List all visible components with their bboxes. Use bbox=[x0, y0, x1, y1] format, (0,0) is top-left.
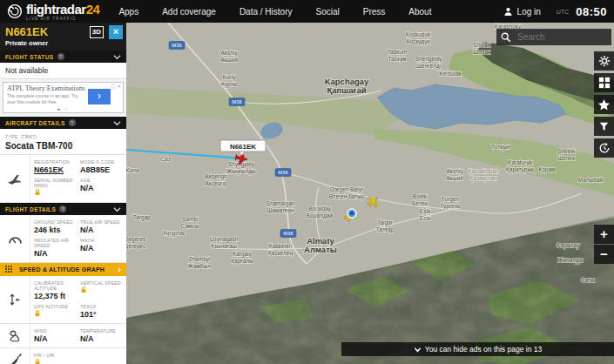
radar-spiral-icon bbox=[7, 3, 23, 19]
registration-link[interactable]: N661EK bbox=[34, 165, 78, 174]
section-flight-status[interactable]: FLIGHT STATUS ? bbox=[0, 51, 126, 63]
map-place-label: Kaskelen bbox=[269, 243, 293, 249]
close-panel-button[interactable]: × bbox=[109, 25, 123, 39]
search-input[interactable] bbox=[516, 31, 606, 43]
aircraft-type-name: Socata TBM-700 bbox=[5, 141, 121, 151]
map-place-label: Kazakhstan bbox=[468, 168, 499, 174]
ad-carousel-dots[interactable]: ● ○ bbox=[3, 106, 123, 111]
graph-icon bbox=[5, 266, 15, 273]
map-svg: M36M36M36M36 AkshiyАкшийKurtyКуртыKapcha… bbox=[126, 23, 614, 364]
map-place-label: Сарытау bbox=[557, 242, 580, 249]
map-place-label: Дегерес bbox=[126, 243, 146, 250]
widgets-button[interactable] bbox=[594, 73, 614, 92]
utc-label: UTC bbox=[557, 9, 569, 15]
map-place-label: Қазақстан bbox=[469, 175, 497, 182]
star-icon bbox=[597, 98, 611, 111]
hide-ads-notice[interactable]: You can hide ads on this page in 13 bbox=[341, 342, 614, 356]
road-badge-label: M36 bbox=[172, 43, 181, 48]
weather-fields: WINDN/A TEMPERATUREN/A bbox=[0, 324, 126, 348]
map-place-label: Kerbulak bbox=[439, 71, 462, 77]
map-place-label: Белек bbox=[412, 200, 428, 206]
chevron-down-icon bbox=[113, 54, 121, 60]
chevron-right-icon: › bbox=[118, 265, 121, 274]
hide-ads-text: You can hide ads on this page in 13 bbox=[425, 345, 542, 354]
map-place-label: Жыңғылды bbox=[226, 168, 256, 175]
ad-info-icon[interactable]: ⓘ bbox=[111, 84, 116, 89]
nav-press[interactable]: Press bbox=[363, 7, 386, 17]
airplane-side-icon bbox=[7, 173, 23, 185]
help-icon[interactable]: ? bbox=[59, 206, 66, 212]
airport-marker-dot bbox=[350, 212, 354, 215]
map-place-label: Талғар bbox=[376, 226, 395, 233]
map-place-label: Шамалған bbox=[267, 207, 294, 213]
map-place-label: Шелек bbox=[557, 155, 575, 161]
main-nav: Apps Add coverage Data / History Social … bbox=[118, 7, 431, 17]
nav-about[interactable]: About bbox=[408, 7, 431, 17]
map-place-label: Қаскелең bbox=[268, 250, 293, 257]
map-place-label: Саз bbox=[160, 156, 170, 162]
road-badge-label: M36 bbox=[232, 99, 241, 104]
nav-social[interactable]: Social bbox=[315, 7, 339, 17]
map-place-label: Sholak bbox=[473, 42, 491, 48]
map-place-label: Толқын bbox=[491, 144, 510, 151]
advertisement[interactable]: ATPL Theory Examinations The complete co… bbox=[3, 82, 124, 113]
road-badge-label: M36 bbox=[283, 231, 293, 236]
playback-button[interactable] bbox=[594, 138, 614, 158]
bookmarks-button[interactable] bbox=[594, 95, 614, 114]
road-badge-label: M36 bbox=[278, 170, 287, 175]
section-aircraft-details[interactable]: AIRCRAFT DETAILS ? bbox=[0, 117, 126, 129]
lock-icon bbox=[34, 359, 41, 364]
chevron-down-icon bbox=[414, 346, 422, 354]
map-place-label: Курты bbox=[221, 81, 237, 88]
fir-fields: FIR / UIR bbox=[0, 348, 126, 364]
map-place-label: Esik bbox=[420, 208, 431, 214]
utc-clock: 08:50 bbox=[576, 5, 607, 18]
help-icon[interactable]: ? bbox=[57, 53, 64, 60]
map-place-label: Қаратүрық bbox=[506, 166, 534, 173]
map-place-label: Kona bbox=[126, 167, 139, 173]
help-icon[interactable]: ? bbox=[69, 119, 76, 126]
chevron-down-icon bbox=[113, 206, 121, 212]
nav-apps[interactable]: Apps bbox=[118, 7, 138, 17]
map-place-label: Самсы bbox=[181, 223, 199, 229]
map-place-label: Шенгелді bbox=[416, 63, 441, 70]
zoom-in-button[interactable]: + bbox=[594, 225, 614, 244]
logo-tagline: LIVE AIR TRAFFIC bbox=[26, 17, 99, 21]
fr24-logo[interactable]: flightradar24 LIVE AIR TRAFFIC bbox=[7, 3, 99, 21]
view-3d-button[interactable]: 3D bbox=[90, 26, 104, 38]
map-place-label: Koskuduk bbox=[406, 31, 431, 37]
map-place-label: Қорам bbox=[538, 166, 556, 173]
map-search[interactable] bbox=[496, 29, 611, 45]
nav-add-coverage[interactable]: Add coverage bbox=[162, 7, 216, 17]
filter-button[interactable] bbox=[594, 117, 614, 136]
ad-cta-button[interactable]: › bbox=[88, 89, 111, 104]
search-icon bbox=[501, 32, 511, 43]
grid-icon bbox=[598, 77, 611, 89]
zoom-out-button[interactable]: − bbox=[594, 245, 614, 264]
section-flight-details[interactable]: FLIGHT DETAILS ? bbox=[0, 203, 126, 215]
nav-data-history[interactable]: Data / History bbox=[240, 7, 293, 17]
chevron-down-icon bbox=[113, 120, 121, 126]
map-place-label: Есік bbox=[420, 215, 430, 221]
top-header: flightradar24 LIVE AIR TRAFFIC Apps Add … bbox=[0, 0, 614, 23]
altitude-fields: CALIBRATED ALTITUDE12,375 ft VERTICAL SP… bbox=[0, 276, 126, 324]
speed-fields: GROUND SPEED246 kts TRUE AIR SPEEDN/A IN… bbox=[0, 215, 126, 263]
lock-icon bbox=[80, 286, 87, 293]
map-place-label: Taskum bbox=[388, 49, 407, 55]
map-place-label: Өтеген батыр bbox=[328, 193, 365, 200]
map-place-label: Акший bbox=[446, 175, 463, 181]
speed-altitude-graph-button[interactable]: SPEED & ALTITUDE GRAPH › bbox=[0, 263, 126, 276]
map-place-label: Малыбай bbox=[578, 177, 604, 183]
callout-callsign: N661EK bbox=[230, 143, 256, 151]
settings-button[interactable] bbox=[594, 51, 614, 71]
filter-funnel-icon bbox=[598, 121, 610, 132]
login-button[interactable]: Log in bbox=[503, 6, 541, 17]
map-place-label: Жамбыл bbox=[188, 263, 211, 269]
map-canvas[interactable]: M36M36M36M36 AkshiyАкшийKurtyКуртыKapcha… bbox=[126, 23, 614, 364]
logo-text: flightradar24 bbox=[26, 3, 99, 16]
aircraft-type: TYPE (TBM7) Socata TBM-700 bbox=[0, 129, 126, 155]
map-place-label: Алматы bbox=[304, 245, 337, 254]
terrain bbox=[126, 23, 614, 364]
flight-status-value: Not available bbox=[0, 63, 126, 79]
ad-close-icon[interactable]: ✕ bbox=[117, 84, 121, 89]
